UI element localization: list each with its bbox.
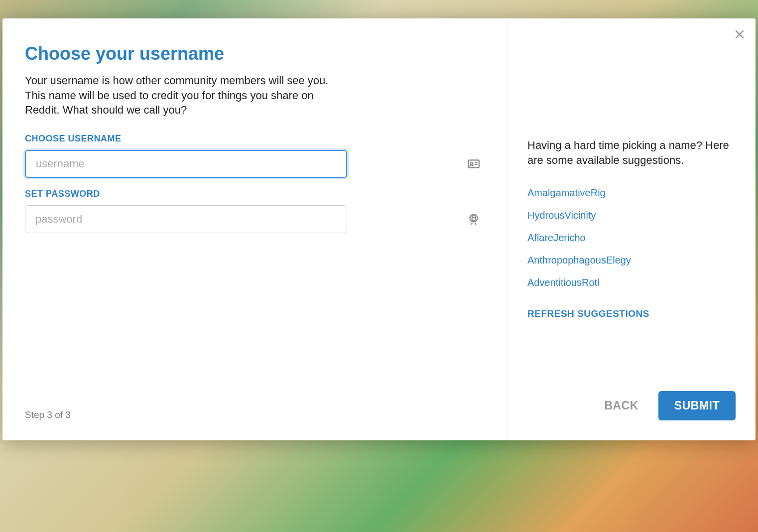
refresh-suggestions-button[interactable]: REFRESH SUGGESTIONS <box>527 308 736 319</box>
footer-actions: BACK SUBMIT <box>527 391 736 420</box>
suggestions-intro: Having a hard time picking a name? Here … <box>527 138 736 167</box>
modal-title: Choose your username <box>25 43 487 64</box>
back-button[interactable]: BACK <box>604 399 638 412</box>
modal-subtitle: Your username is how other community mem… <box>25 73 339 118</box>
username-input-wrap <box>25 150 487 178</box>
svg-point-1 <box>470 162 473 165</box>
close-icon <box>734 28 746 40</box>
username-input[interactable] <box>25 150 347 178</box>
close-button[interactable] <box>733 27 747 41</box>
suggestions-panel: Having a hard time picking a name? Here … <box>507 18 756 440</box>
suggestion-item[interactable]: AmalgamativeRig <box>527 187 736 199</box>
password-input[interactable] <box>25 205 347 233</box>
signup-modal: Choose your username Your username is ho… <box>2 18 756 440</box>
step-indicator: Step 3 of 3 <box>25 409 487 420</box>
submit-button[interactable]: SUBMIT <box>658 391 736 420</box>
suggestion-item[interactable]: HydrousVicinity <box>527 210 736 221</box>
password-input-wrap <box>25 205 487 233</box>
password-label: SET PASSWORD <box>25 189 487 199</box>
suggestion-item[interactable]: AflareJericho <box>527 232 736 244</box>
id-card-icon <box>467 157 480 170</box>
suggestion-list: AmalgamativeRig HydrousVicinity AflareJe… <box>527 187 736 288</box>
suggestion-item[interactable]: AnthropophagousElegy <box>527 255 736 266</box>
lock-icon <box>467 213 480 226</box>
form-panel: Choose your username Your username is ho… <box>2 18 507 440</box>
username-label: CHOOSE USERNAME <box>25 133 487 144</box>
svg-rect-5 <box>472 218 476 220</box>
suggestion-item[interactable]: AdventitiousRotl <box>527 277 736 288</box>
